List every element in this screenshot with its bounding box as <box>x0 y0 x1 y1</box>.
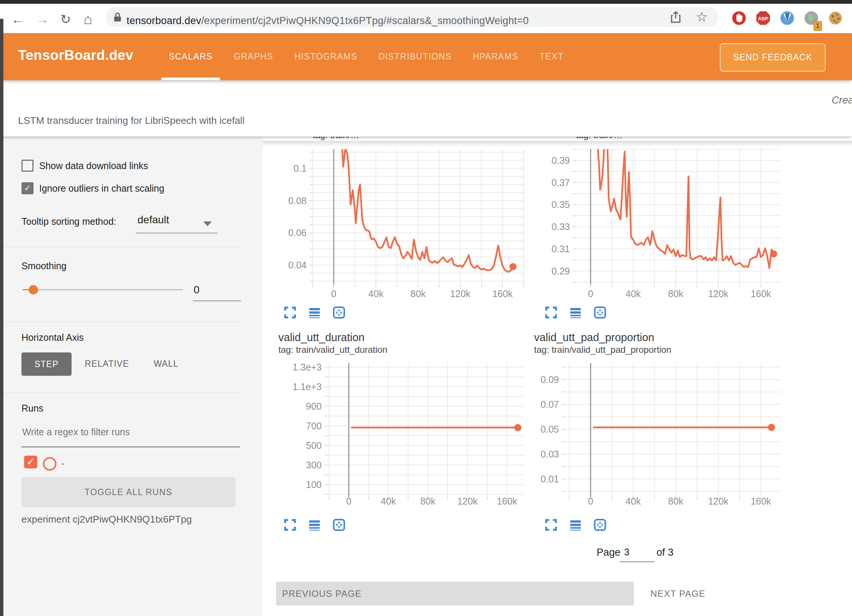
toggle-all-runs-button[interactable]: TOGGLE ALL RUNS <box>21 477 235 507</box>
y-axis-tick-label: 0.37 <box>528 177 570 188</box>
x-axis-tick-label: 160k <box>751 496 771 507</box>
forward-icon[interactable]: → <box>36 13 49 26</box>
x-axis-tick-label: 120k <box>450 288 470 299</box>
tab-distributions[interactable]: DISTRIBUTIONS <box>368 33 463 80</box>
chart-tag-clipped: tag: train/… <box>576 136 623 141</box>
fullscreen-icon[interactable] <box>545 518 557 531</box>
chart-toolbar <box>545 518 606 531</box>
data-lines-icon[interactable] <box>569 306 582 319</box>
x-axis-tick-label: 40k <box>626 288 641 299</box>
line-chart[interactable] <box>560 363 781 501</box>
tooltip-sorting-label: Tooltip sorting method: <box>21 216 116 227</box>
smoothing-slider-track[interactable] <box>23 289 183 290</box>
page-number-input[interactable] <box>620 547 654 562</box>
y-axis-tick-label: 500 <box>280 440 322 451</box>
ignore-outliers-checkbox[interactable]: ✓ <box>21 182 34 194</box>
runs-regex-input[interactable] <box>21 426 234 438</box>
run-name: . <box>61 456 64 467</box>
x-axis-tick-label: 80k <box>420 496 435 507</box>
y-axis-tick-label: 0.03 <box>518 449 559 460</box>
smoothing-slider-thumb[interactable] <box>29 285 38 294</box>
y-axis-tick-label: 100 <box>280 479 322 490</box>
reload-icon[interactable]: ↻ <box>60 13 71 26</box>
y-axis-tick-label: 1.1e+3 <box>280 381 322 392</box>
show-download-links-label: Show data download links <box>39 160 148 171</box>
x-axis-tick-label: 0 <box>588 288 593 299</box>
v-extension-icon[interactable] <box>780 11 795 26</box>
y-axis-tick-label: 0.08 <box>265 195 307 206</box>
url-bar[interactable]: tensorboard.dev/experiment/cj2vtPiwQHKN9… <box>106 7 718 27</box>
settings-sidebar: Show data download links ✓ Ignore outlie… <box>0 136 263 616</box>
share-icon[interactable] <box>670 11 681 24</box>
smoothing-label: Smoothing <box>21 261 67 271</box>
x-axis-tick-label: 40k <box>368 288 383 299</box>
line-chart[interactable] <box>308 149 524 288</box>
x-axis-tick-label: 0 <box>346 496 351 507</box>
tab-scalars[interactable]: SCALARS <box>158 33 223 80</box>
window-top-edge <box>0 0 852 4</box>
created-text-clipped: Crea <box>832 95 852 108</box>
cookie-extension-icon[interactable] <box>828 11 843 26</box>
line-chart[interactable] <box>571 149 781 288</box>
chart-tag: tag: train/valid_utt_duration <box>278 345 388 355</box>
back-icon[interactable]: ← <box>11 13 24 26</box>
smoothing-value[interactable]: 0 <box>194 284 200 296</box>
experiment-title: LSTM transducer training for LibriSpeech… <box>18 115 244 127</box>
pan-zoom-icon[interactable] <box>333 518 345 531</box>
fullscreen-icon[interactable] <box>284 306 296 319</box>
svg-text:ABP: ABP <box>758 16 768 21</box>
divider <box>0 392 241 393</box>
data-lines-icon[interactable] <box>569 518 582 531</box>
url-text: tensorboard.dev/experiment/cj2vtPiwQHKN9… <box>127 15 529 27</box>
home-icon[interactable]: ⌂ <box>84 12 92 26</box>
axis-relative-button[interactable]: RELATIVE <box>85 359 129 369</box>
tab-graphs[interactable]: GRAPHS <box>223 33 284 80</box>
tab-hparams[interactable]: HPARAMS <box>462 33 529 80</box>
tab-text[interactable]: TEXT <box>529 33 574 80</box>
axis-wall-button[interactable]: WALL <box>154 359 179 369</box>
next-page-button[interactable]: NEXT PAGE <box>645 582 711 605</box>
data-lines-icon[interactable] <box>308 306 321 319</box>
show-download-links-checkbox[interactable] <box>21 160 34 172</box>
lock-icon <box>113 12 122 23</box>
data-lines-icon[interactable] <box>308 518 321 531</box>
pan-zoom-icon[interactable] <box>594 518 606 531</box>
x-axis-tick-label: 160k <box>492 288 513 299</box>
page-label: Page <box>597 547 620 558</box>
select-underline <box>136 233 218 233</box>
y-axis-tick-label: 0.1 <box>265 163 307 174</box>
pan-zoom-icon[interactable] <box>333 306 345 319</box>
x-axis-tick-label: 0 <box>588 496 593 507</box>
run-color-circle <box>43 457 56 471</box>
header-shadow <box>263 141 852 147</box>
extension-badge: 1 <box>814 21 822 31</box>
smoothing-value-underline <box>193 300 241 301</box>
tooltip-sorting-select[interactable]: default <box>137 214 169 226</box>
chevron-down-icon <box>203 221 212 226</box>
x-axis-tick-label: 80k <box>411 288 426 299</box>
x-axis-tick-label: 160k <box>497 496 517 507</box>
chart-title: valid_utt_duration <box>278 331 365 344</box>
runs-input-underline <box>21 447 240 447</box>
line-chart[interactable] <box>323 363 524 501</box>
send-feedback-button[interactable]: SEND FEEDBACK <box>720 43 826 72</box>
fullscreen-icon[interactable] <box>284 518 296 531</box>
x-axis-tick-label: 160k <box>751 288 771 299</box>
y-axis-tick-label: 0.07 <box>518 399 559 410</box>
brand-title[interactable]: TensorBoard.dev <box>18 47 133 63</box>
y-axis-tick-label: 0.29 <box>528 265 570 276</box>
tensorboard-header: TensorBoard.dev SCALARSGRAPHSHISTOGRAMSD… <box>0 33 852 80</box>
adblock-plus-extension-icon[interactable]: ABP <box>756 11 771 26</box>
run-checkbox[interactable]: ✓ <box>24 456 37 468</box>
y-axis-tick-label: 700 <box>280 420 322 431</box>
tab-histograms[interactable]: HISTOGRAMS <box>284 33 368 80</box>
axis-step-button[interactable]: STEP <box>21 352 72 376</box>
y-axis-tick-label: 0.33 <box>528 221 570 232</box>
previous-page-button[interactable]: PREVIOUS PAGE <box>276 582 634 605</box>
fullscreen-icon[interactable] <box>545 306 557 319</box>
pan-zoom-icon[interactable] <box>594 306 606 319</box>
bookmark-star-icon[interactable]: ☆ <box>696 9 708 25</box>
experiment-id-label: experiment cj2vtPiwQHKN9Q1tx6PTpg <box>21 514 192 525</box>
chart-tag-clipped: tag: train/… <box>313 136 359 141</box>
stop-hand-extension-icon[interactable] <box>731 11 747 26</box>
